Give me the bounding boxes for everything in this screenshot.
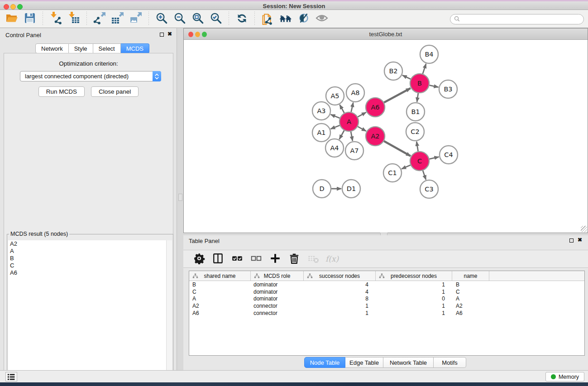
network-view-window: testGlobe.txt AA1A2A3A4A5A6A7A8BB1B2B3B4… [183,28,588,233]
export-image-button[interactable] [128,11,143,27]
edge-B-B1[interactable] [417,93,418,102]
zoom-in-button[interactable] [154,11,169,27]
search-field[interactable] [450,14,584,24]
edge-A-A8[interactable] [351,102,354,112]
tab-mcds[interactable]: MCDS [121,43,149,53]
export-image-icon [129,11,143,26]
close-panel-button[interactable]: Close panel [91,86,139,97]
edge-B-B2[interactable] [402,75,411,79]
table-row[interactable]: Adominator80A [189,295,584,303]
app-titlebar[interactable]: Session: New Session [0,1,588,10]
show-hide-icon [315,11,329,26]
edge-A6-B[interactable] [384,88,410,103]
zoom-fit-button[interactable] [190,11,206,27]
export-table-button[interactable] [110,11,125,27]
optimization-select[interactable]: largest connected component (directed) [20,71,161,81]
edge-C-C4[interactable] [429,157,439,159]
edge-C-C2[interactable] [416,142,418,152]
tab-network[interactable]: Network [35,43,69,53]
edge-A2-C[interactable] [384,141,411,156]
import-table-icon [67,11,81,26]
result-list-scrollbar[interactable] [166,240,172,382]
zoom-selected-button[interactable] [208,11,224,27]
open-session-button[interactable] [4,11,19,27]
cell-successor-nodes: 4 [304,289,376,295]
first-neighbors-button[interactable] [278,11,293,27]
column-browse-button[interactable] [210,251,226,267]
edge-B-B4[interactable] [423,64,426,74]
cell-MCDS-role: connector [251,310,304,316]
table-row[interactable]: A6connector11A6 [189,310,584,317]
mcds-result-item[interactable]: A2 [8,240,172,248]
mcds-result-item[interactable]: A [8,248,172,255]
settings-gear-button[interactable] [191,251,207,267]
tab-select[interactable]: Select [93,43,121,53]
show-hide-button[interactable] [314,11,330,27]
select-all-button[interactable] [229,251,245,267]
refresh-button[interactable] [234,11,249,27]
node-label-A1: A1 [317,129,325,136]
column-header-MCDS-role[interactable]: MCDS role [251,271,304,281]
edge-A-A5[interactable] [340,105,344,113]
network-window-titlebar[interactable]: testGlobe.txt [184,29,588,40]
refresh-icon [235,12,249,26]
column-header-name[interactable]: name [452,271,489,281]
edge-C-C3[interactable] [423,171,426,180]
function-builder-icon[interactable]: f(x) [325,254,339,263]
cell-name: A2 [452,303,489,309]
tab-node-table[interactable]: Node Table [304,357,345,368]
export-network-icon [93,11,106,26]
delete-row-button[interactable] [287,251,302,267]
cell-name: C [452,289,489,295]
add-row-button[interactable] [268,251,283,267]
table-row[interactable]: A2connector11A2 [189,302,584,310]
split-divider-handle-left[interactable] [178,194,182,201]
table-row[interactable]: Cdominator41C [189,288,584,295]
close-table-panel-icon[interactable]: ✖ [578,237,582,243]
table-body: Bdominator41BCdominator41CAdominator80AA… [189,281,584,317]
tab-style[interactable]: Style [69,43,93,53]
edge-B-B3[interactable] [430,85,439,87]
tab-network-table[interactable]: Network Table [383,357,434,368]
float-panel-icon[interactable] [160,33,164,37]
hide-labels-button[interactable] [296,11,311,27]
network-from-selection-button[interactable] [260,11,275,27]
table-row[interactable]: Bdominator41B [189,281,584,288]
mcds-result-item[interactable]: A6 [8,269,172,276]
float-table-panel-icon[interactable] [569,238,574,243]
column-header-predecessor-nodes[interactable]: predecessor nodes [376,271,452,281]
task-history-button[interactable] [5,372,17,381]
edge-A-A7[interactable] [351,132,353,141]
column-header-shared-name[interactable]: shared name [189,271,251,281]
tab-edge-table[interactable]: Edge Table [345,357,383,368]
select-all-icon [231,253,243,266]
edge-A-A1[interactable] [330,125,339,129]
node-label-C3: C3 [425,186,433,193]
delete-table-button [306,251,321,267]
node-label-B: B [417,80,422,87]
deselect-all-button[interactable] [249,251,264,267]
zoom-out-button[interactable] [172,11,187,27]
mcds-result-item[interactable]: C [8,262,172,269]
export-network-button[interactable] [92,11,107,27]
import-network-button[interactable] [48,11,63,27]
close-panel-icon[interactable]: ✖ [167,31,172,37]
search-input[interactable] [462,16,580,23]
edge-A-A4[interactable] [339,130,344,139]
node-table: shared nameMCDS rolesuccessor nodesprede… [189,271,585,356]
cell-predecessor-nodes: 1 [376,281,452,288]
control-panel: Control Panel ✖ NetworkStyleSelectMCDS O… [0,28,177,370]
edge-C-C1[interactable] [402,165,411,169]
import-table-button[interactable] [66,11,81,27]
run-mcds-button[interactable]: Run MCDS [38,86,85,97]
edge-A-A2[interactable] [358,127,366,131]
column-header-successor-nodes[interactable]: successor nodes [304,271,376,281]
edge-A-A6[interactable] [358,112,366,117]
save-session-button[interactable] [22,11,38,27]
mcds-result-item[interactable]: B [8,255,172,262]
memory-button[interactable]: Memory [545,372,584,381]
edge-A-A3[interactable] [330,114,339,118]
tab-motifs[interactable]: Motifs [434,357,466,368]
network-canvas[interactable]: AA1A2A3A4A5A6A7A8BB1B2B3B4CC1C2C3C4DD1 [184,40,588,233]
resize-grip-icon[interactable] [581,226,587,232]
